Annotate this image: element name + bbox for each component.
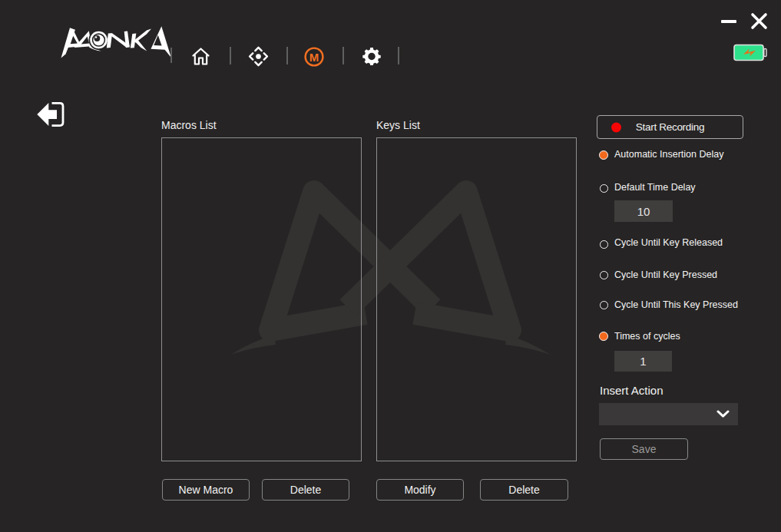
svg-text:M: M — [309, 51, 319, 64]
